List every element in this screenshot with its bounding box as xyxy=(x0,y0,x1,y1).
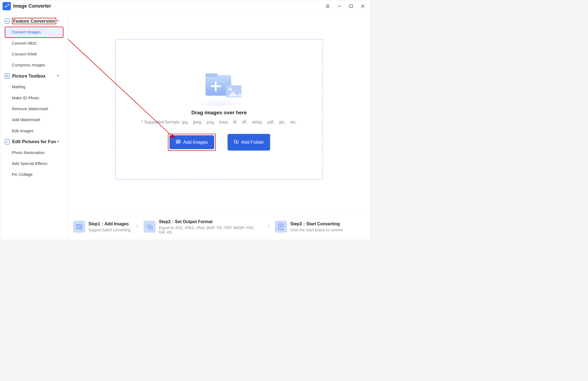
sidebar-item-convert-images[interactable]: Convert Images xyxy=(5,27,63,38)
step3-title: Step3：Start Converting xyxy=(290,221,343,227)
maximize-button[interactable] xyxy=(349,4,354,9)
sidebar-item-add-special-effects[interactable]: Add Special Effects xyxy=(5,158,63,169)
sidebar-group-feature-conversion[interactable]: Feature Conversion xyxy=(5,15,65,27)
folder-plus-icon xyxy=(234,139,239,145)
dropzone-title: Drag images over here xyxy=(191,110,247,115)
sidebar-item-compress-images[interactable]: Compress Images xyxy=(5,60,63,70)
add-folder-label: Add Folder xyxy=(241,140,264,145)
toolbox-icon xyxy=(5,73,10,79)
step-separator-icon xyxy=(132,223,142,231)
sidebar-item-photo-restoration[interactable]: Photo Restoration xyxy=(5,147,63,158)
step3-icon xyxy=(275,221,287,233)
swap-icon xyxy=(5,19,10,24)
svg-rect-13 xyxy=(205,73,217,77)
sidebar-item-remove-watermark[interactable]: Remove Watermark xyxy=(5,103,63,114)
steps-footer: Step1：Add Images Support batch convertin… xyxy=(68,213,370,240)
sidebar-item-pic-collage[interactable]: Pic Collage xyxy=(5,169,63,180)
close-button[interactable] xyxy=(360,4,365,9)
sparkle-icon xyxy=(5,139,10,144)
titlebar: Image Converter xyxy=(0,0,370,12)
sidebar-item-convert-heic[interactable]: Convert HEIC xyxy=(5,38,63,49)
sidebar-group-label: Feature Conversion xyxy=(12,18,56,24)
add-images-button[interactable]: Add Images xyxy=(170,135,214,149)
step2-title: Step2：Set Output Format xyxy=(159,219,262,225)
svg-point-29 xyxy=(149,226,151,228)
svg-point-17 xyxy=(229,88,232,91)
sidebar-item-matting[interactable]: Matting xyxy=(5,81,63,92)
step-1: Step1：Add Images Support batch convertin… xyxy=(73,221,130,233)
app-title: Image Converter xyxy=(13,3,326,9)
minimize-button[interactable] xyxy=(337,4,342,9)
step-separator-icon xyxy=(264,223,273,231)
svg-rect-9 xyxy=(6,75,7,76)
svg-rect-5 xyxy=(350,5,352,7)
chevron-up-icon xyxy=(56,73,60,79)
add-folder-button[interactable]: Add Folder xyxy=(228,134,270,150)
sidebar-item-convert-raw[interactable]: Convert RAW xyxy=(5,49,63,60)
step1-icon xyxy=(73,221,85,233)
chevron-up-icon xyxy=(56,139,60,145)
step-3: Step3：Start Converting Click the Start b… xyxy=(275,221,343,233)
menu-icon[interactable] xyxy=(325,4,330,9)
step2-sub: Export to JPG, JPEG, PNG, BMP, TIF, TIFF… xyxy=(159,226,262,235)
step3-sub: Click the Start button to convert xyxy=(290,228,343,232)
sidebar-item-make-id-photo[interactable]: Make ID Photo xyxy=(5,93,63,103)
step1-sub: Support batch converting xyxy=(88,228,130,232)
sidebar-group-label: Picture Toolbox xyxy=(12,73,46,79)
step2-icon xyxy=(143,221,155,233)
image-plus-icon xyxy=(176,139,181,145)
sidebar: Feature Conversion Convert Images Conver… xyxy=(0,12,68,240)
step-2: Step2：Set Output Format Export to JPG, J… xyxy=(143,219,262,234)
dropzone-subtitle: * Supported formats: jpg、 jpeg、 png、 bmp… xyxy=(141,119,297,125)
sidebar-group-edit-pictures-for-fun[interactable]: Edit Pictures for Fun xyxy=(5,136,65,147)
add-images-label: Add Images xyxy=(183,140,208,145)
main-panel: Drag images over here * Supported format… xyxy=(68,12,370,240)
app-logo-icon xyxy=(2,2,11,10)
svg-point-25 xyxy=(78,225,79,226)
sidebar-item-edit-images[interactable]: Edit Images xyxy=(5,125,63,136)
app-window: Image Converter Feature C xyxy=(0,0,370,240)
sidebar-item-add-watermark[interactable]: Add Watermark xyxy=(5,114,63,125)
sidebar-group-picture-toolbox[interactable]: Picture Toolbox xyxy=(5,71,65,82)
dropzone[interactable]: Drag images over here * Supported format… xyxy=(115,39,323,180)
svg-rect-10 xyxy=(7,76,8,77)
chevron-up-icon xyxy=(56,18,60,24)
folder-image-icon xyxy=(193,68,245,106)
sidebar-group-label: Edit Pictures for Fun xyxy=(12,139,56,145)
step1-title: Step1：Add Images xyxy=(88,221,130,227)
